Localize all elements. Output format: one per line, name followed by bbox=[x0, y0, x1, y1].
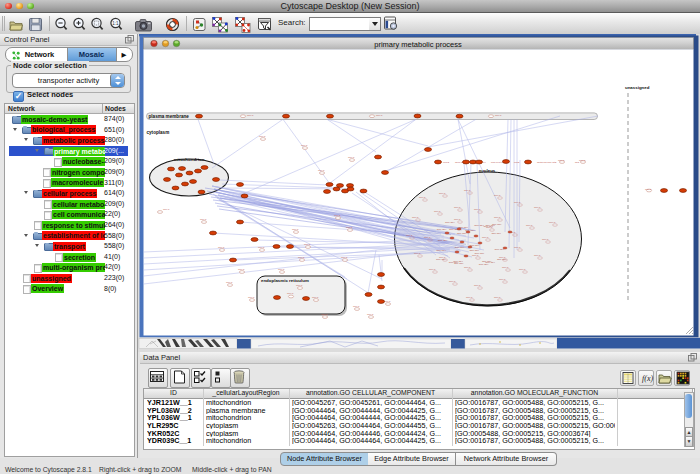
svg-text:Cke-a: Cke-a bbox=[454, 218, 461, 221]
svg-text:Cke-a: Cke-a bbox=[200, 218, 207, 221]
svg-text:Cke-a: Cke-a bbox=[346, 226, 353, 229]
svg-text:Cke-a: Cke-a bbox=[296, 284, 303, 287]
svg-text:Gke-ab4: Gke-ab4 bbox=[438, 239, 448, 242]
svg-text:Cke-a: Cke-a bbox=[238, 268, 245, 271]
svg-text:Cke-a: Cke-a bbox=[526, 224, 533, 227]
svg-text:Cke-a: Cke-a bbox=[549, 221, 556, 224]
svg-text:Cke-a: Cke-a bbox=[434, 210, 441, 213]
svg-text:Gke-ab4: Gke-ab4 bbox=[437, 228, 447, 231]
svg-text:Cke-a: Cke-a bbox=[414, 252, 421, 255]
svg-text:Cke-a: Cke-a bbox=[474, 284, 481, 287]
svg-text:Cke-a: Cke-a bbox=[645, 188, 652, 191]
svg-text:abct5 jk2 pw1 rst2: abct5 jk2 pw1 rst2 bbox=[537, 161, 557, 164]
svg-text:Cke-a: Cke-a bbox=[482, 236, 489, 239]
svg-text:mep2: mep2 bbox=[443, 161, 450, 164]
svg-text:Gke-ab4: Gke-ab4 bbox=[497, 258, 507, 261]
svg-text:Cke-a: Cke-a bbox=[226, 281, 233, 284]
svg-text:Cke-a: Cke-a bbox=[341, 256, 348, 259]
svg-text:Cke-a: Cke-a bbox=[454, 206, 461, 209]
svg-text:Cke-a: Cke-a bbox=[514, 246, 521, 249]
svg-text:Cke-a: Cke-a bbox=[494, 194, 501, 197]
svg-text:Cke-a: Cke-a bbox=[292, 228, 299, 231]
svg-text:Cke-a: Cke-a bbox=[304, 243, 311, 246]
svg-text:mm2: mm2 bbox=[514, 161, 520, 164]
svg-text:Gke-ab4: Gke-ab4 bbox=[485, 224, 495, 227]
svg-text:Cke-a: Cke-a bbox=[287, 292, 294, 295]
svg-text:Cke-a: Cke-a bbox=[301, 144, 308, 147]
svg-text:Cke-a: Cke-a bbox=[466, 296, 473, 299]
svg-text:Cke-a: Cke-a bbox=[318, 169, 325, 172]
svg-text:Gke-ab4: Gke-ab4 bbox=[474, 224, 484, 227]
svg-text:Cke-a: Cke-a bbox=[353, 305, 360, 308]
svg-text:Cke-a: Cke-a bbox=[348, 156, 355, 159]
svg-text:Cke-a: Cke-a bbox=[298, 256, 305, 259]
svg-text:Gke-ab4: Gke-ab4 bbox=[445, 221, 455, 224]
svg-text:Cke-a: Cke-a bbox=[494, 296, 501, 299]
svg-text:Gke-ab4: Gke-ab4 bbox=[475, 252, 485, 255]
svg-text:Cke-a: Cke-a bbox=[534, 254, 541, 257]
svg-text:Cke-a: Cke-a bbox=[367, 313, 374, 316]
svg-text:Cke-a: Cke-a bbox=[534, 206, 541, 209]
svg-text:Cke-a: Cke-a bbox=[334, 214, 341, 217]
svg-text:Cke-a: Cke-a bbox=[474, 208, 481, 211]
svg-text:Gke-ab4: Gke-ab4 bbox=[436, 258, 446, 261]
svg-text:Cke-a: Cke-a bbox=[321, 313, 328, 316]
svg-text:Cke-a: Cke-a bbox=[406, 234, 413, 237]
svg-text:Cke-a: Cke-a bbox=[464, 189, 471, 192]
svg-text:Gke-ab4: Gke-ab4 bbox=[479, 263, 489, 266]
svg-text:Cke-a: Cke-a bbox=[163, 208, 170, 211]
svg-text:Cke-a: Cke-a bbox=[247, 114, 254, 117]
svg-text:cytoplasm: cytoplasm bbox=[147, 130, 170, 135]
svg-text:Cke-a: Cke-a bbox=[412, 216, 419, 219]
svg-text:Cke-a: Cke-a bbox=[218, 246, 225, 249]
svg-text:Gke-ab4: Gke-ab4 bbox=[457, 232, 467, 235]
svg-text:Cke-a: Cke-a bbox=[258, 246, 265, 249]
svg-text:Cke-a: Cke-a bbox=[494, 216, 501, 219]
svg-text:Cke-a: Cke-a bbox=[429, 268, 436, 271]
svg-text:Cke-a: Cke-a bbox=[439, 192, 446, 195]
svg-text:Cke-a: Cke-a bbox=[495, 114, 502, 117]
svg-text:Cke-a: Cke-a bbox=[424, 236, 431, 239]
svg-text:Gke-ab4: Gke-ab4 bbox=[449, 261, 459, 264]
svg-text:Cke-a: Cke-a bbox=[248, 296, 255, 299]
svg-text:mitochondrion: mitochondrion bbox=[174, 157, 205, 162]
svg-text:f(x): f(x) bbox=[642, 374, 653, 383]
svg-text:Cke-a: Cke-a bbox=[312, 296, 319, 299]
svg-text:Cke-a: Cke-a bbox=[502, 266, 509, 269]
svg-text:Cke-a: Cke-a bbox=[376, 114, 383, 117]
svg-text:Cke-a: Cke-a bbox=[259, 135, 266, 138]
svg-text:Cke-a: Cke-a bbox=[514, 201, 521, 204]
svg-text:Gke-ab4: Gke-ab4 bbox=[455, 246, 465, 249]
svg-text:Cke-a: Cke-a bbox=[449, 280, 456, 283]
svg-text:Cke-a: Cke-a bbox=[558, 159, 565, 162]
svg-text:Cke-a: Cke-a bbox=[499, 278, 506, 281]
svg-text:Cke-a: Cke-a bbox=[519, 268, 526, 271]
svg-text:primary metabolic process: primary metabolic process bbox=[374, 40, 462, 49]
svg-text:Cke-a: Cke-a bbox=[419, 196, 426, 199]
svg-text:Gke-ab4: Gke-ab4 bbox=[469, 249, 479, 252]
svg-text:Gke-ab4: Gke-ab4 bbox=[436, 249, 446, 252]
svg-text:Cke-a: Cke-a bbox=[384, 300, 391, 303]
svg-text:1:1: 1:1 bbox=[112, 21, 119, 26]
svg-text:plasma membrane: plasma membrane bbox=[149, 114, 190, 119]
svg-text:Cke-a: Cke-a bbox=[278, 268, 285, 271]
svg-text:unassigned: unassigned bbox=[625, 85, 650, 90]
svg-text:Gke-ab4: Gke-ab4 bbox=[491, 232, 501, 235]
svg-text:Cke-a: Cke-a bbox=[464, 266, 471, 269]
svg-text:Cke-a: Cke-a bbox=[579, 159, 586, 162]
svg-text:Cke-a: Cke-a bbox=[542, 238, 549, 241]
svg-text:endoplasmic reticulum: endoplasmic reticulum bbox=[261, 278, 309, 283]
